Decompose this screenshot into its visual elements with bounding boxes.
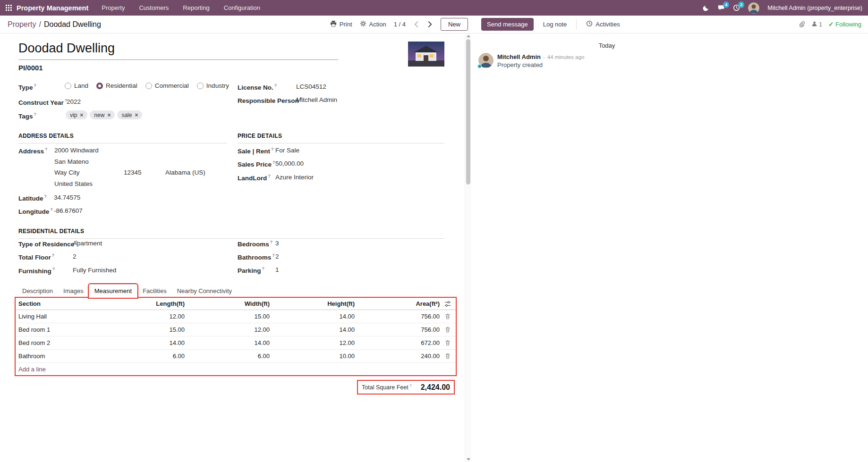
tag-pill[interactable]: new× [90,110,115,119]
new-button[interactable]: New [441,18,468,31]
record-title[interactable]: Doodad Dwelling [18,41,338,60]
vertical-scrollbar[interactable] [465,34,471,462]
address-street2[interactable]: San Mateno [54,158,89,165]
cell-width[interactable]: 12.00 [185,326,270,333]
latitude-value[interactable]: 34.74575 [54,194,80,201]
cell-height[interactable]: 14.00 [270,326,355,333]
cell-length[interactable]: 12.00 [100,313,185,320]
col-width[interactable]: Width(ft) [185,300,270,307]
property-photo[interactable] [408,42,444,67]
optional-columns-icon[interactable] [440,301,456,307]
license-value[interactable]: LCS04512 [296,83,326,90]
address-state[interactable]: Alabama (US) [165,169,205,176]
type-option-industry[interactable]: Industry [197,82,229,89]
residence-type-value[interactable]: Apartment [73,240,102,247]
tag-remove-icon[interactable]: × [107,112,111,118]
cell-height[interactable]: 12.00 [270,339,355,346]
print-button[interactable]: Print [330,20,352,28]
log-note-button[interactable]: Log note [538,18,572,31]
app-name[interactable]: Property Management [17,4,88,12]
delete-row-icon[interactable] [440,353,456,359]
send-message-button[interactable]: Send message [481,18,534,31]
activities-button[interactable]: Activities [581,17,624,31]
bedrooms-value[interactable]: 3 [275,240,279,247]
cell-section[interactable]: Living Hall [16,313,100,320]
furnishing-value[interactable]: Fully Furnished [73,267,116,274]
pager-previous-icon[interactable] [413,21,419,27]
total-floor-value[interactable]: 2 [73,253,77,260]
activities-clock-icon[interactable]: 2 [733,4,740,11]
cell-section[interactable]: Bathroom [16,353,100,360]
tag-remove-icon[interactable]: × [80,112,83,118]
delete-row-icon[interactable] [440,313,456,319]
longitude-value[interactable]: -86.67607 [54,207,83,214]
cell-area[interactable]: 756.00 [355,326,440,333]
breadcrumb-parent[interactable]: Property [8,20,36,29]
address-city[interactable]: Way City [54,169,80,176]
attachment-paperclip-icon[interactable] [799,21,805,28]
parking-value[interactable]: 1 [275,266,279,273]
cell-section[interactable]: Bed room 2 [16,339,100,346]
cell-width[interactable]: 15.00 [185,313,270,320]
tab-facilities[interactable]: Facilities [137,285,172,297]
tab-description[interactable]: Description [17,285,58,297]
table-row[interactable]: Bed room 2 14.00 14.00 12.00 672.00 [16,336,456,350]
following-button[interactable]: ✓ Following [828,21,861,28]
cell-height[interactable]: 10.00 [270,353,355,360]
cell-width[interactable]: 14.00 [185,339,270,346]
construct-year-value[interactable]: 2022 [67,98,81,105]
menu-configuration[interactable]: Configuration [224,4,260,11]
messages-icon[interactable]: 4 [717,4,725,11]
menu-property[interactable]: Property [102,4,125,11]
scroll-down-arrow[interactable] [467,458,470,461]
table-row[interactable]: Living Hall 12.00 15.00 14.00 756.00 [16,310,456,323]
tag-pill[interactable]: sale× [117,110,142,119]
address-zip[interactable]: 12345 [124,169,142,176]
tags-field[interactable]: vip× new× sale× [66,110,142,119]
col-height[interactable]: Height(ft) [270,300,355,307]
message-author[interactable]: Mitchell Admin [497,53,541,60]
user-menu[interactable]: Mitchell Admin (property_enterprise) [767,5,862,11]
add-a-line-link[interactable]: Add a line [16,366,46,373]
responsible-value[interactable]: Mitchell Admin [296,96,337,103]
cell-length[interactable]: 14.00 [100,339,185,346]
cell-area[interactable]: 672.00 [355,339,440,346]
apps-grid-icon[interactable] [6,5,12,11]
delete-row-icon[interactable] [440,340,456,346]
address-street[interactable]: 2000 Windward [54,147,99,154]
tab-measurement[interactable]: Measurement [89,284,137,298]
col-area[interactable]: Area(ft²) [355,300,440,307]
type-option-commercial[interactable]: Commercial [145,82,189,89]
cell-length[interactable]: 15.00 [100,326,185,333]
user-avatar[interactable] [748,2,759,14]
table-row[interactable]: Bathroom 6.00 6.00 10.00 240.00 [16,350,456,363]
sales-price-value[interactable]: 50,000.00 [275,160,304,167]
table-row[interactable]: Bed room 1 15.00 12.00 14.00 756.00 [16,323,456,336]
col-section[interactable]: Section [16,300,100,307]
tab-images[interactable]: Images [58,285,89,297]
col-length[interactable]: Length(ft) [100,300,185,307]
bathrooms-value[interactable]: 2 [275,253,279,260]
delete-row-icon[interactable] [440,327,456,333]
scrollbar-thumb[interactable] [466,39,470,185]
type-option-residential[interactable]: Residential [96,82,137,89]
pager-next-icon[interactable] [427,21,433,27]
tag-remove-icon[interactable]: × [135,112,138,118]
followers-button[interactable]: 1 [811,21,822,28]
menu-customers[interactable]: Customers [139,4,169,11]
address-country[interactable]: United States [54,180,93,187]
tag-pill[interactable]: vip× [66,110,87,119]
cell-width[interactable]: 6.00 [185,353,270,360]
tab-nearby-connectivity[interactable]: Nearby Connectivity [172,285,237,297]
menu-reporting[interactable]: Reporting [183,4,209,11]
dark-mode-moon-icon[interactable] [703,5,709,11]
cell-length[interactable]: 6.00 [100,353,185,360]
action-button[interactable]: Action [360,20,386,28]
landlord-value[interactable]: Azure Interior [275,174,314,181]
scroll-up-arrow[interactable] [467,35,470,37]
cell-area[interactable]: 240.00 [355,353,440,360]
sale-rent-value[interactable]: For Sale [275,147,299,154]
cell-height[interactable]: 14.00 [270,313,355,320]
cell-area[interactable]: 756.00 [355,313,440,320]
cell-section[interactable]: Bed room 1 [16,326,100,333]
